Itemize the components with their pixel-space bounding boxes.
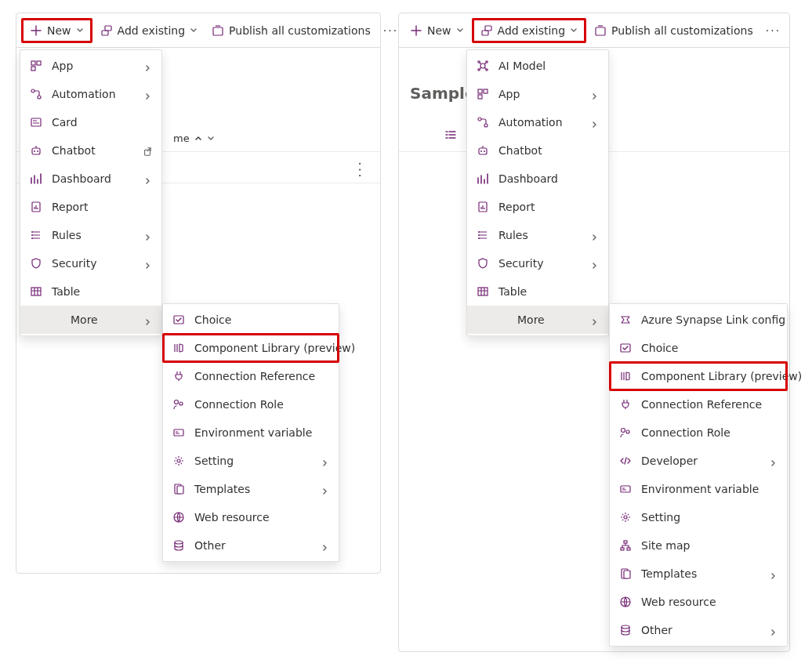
menu-item-label: Choice [641, 342, 778, 354]
menu-item-label: Automation [52, 88, 135, 100]
add-existing-icon [480, 24, 493, 37]
menu-item-templates[interactable]: Templates [163, 475, 339, 503]
menu-item-envvar[interactable]: Environment variable [610, 475, 787, 503]
menu-item-rules[interactable]: Rules [467, 221, 608, 249]
menu-item-label: Connection Reference [194, 370, 329, 382]
publish-button[interactable]: Publish all customizations [588, 18, 759, 43]
menu-item-more[interactable]: More [20, 306, 161, 334]
add-existing-label: Add existing [498, 24, 566, 37]
new-label: New [47, 24, 71, 37]
table-icon [30, 285, 42, 298]
chevron-right-icon [321, 485, 329, 493]
plus-icon [30, 24, 42, 37]
menu-item-synapse[interactable]: Azure Synapse Link config [610, 306, 787, 334]
menu-item-table[interactable]: Table [20, 277, 161, 306]
menu-item-label: Table [498, 285, 599, 298]
new-button[interactable]: New [21, 18, 92, 43]
chevron-down-icon [190, 27, 198, 34]
menu-item-choice[interactable]: Choice [163, 306, 339, 334]
chevron-right-icon [591, 259, 599, 267]
menu-item-complib[interactable]: Component Library (preview) [610, 362, 787, 390]
menu-item-label: More [517, 313, 582, 326]
row-overflow-icon[interactable]: ··· [352, 161, 368, 179]
menu-item-connref[interactable]: Connection Reference [610, 390, 787, 418]
list-view-icon[interactable] [444, 129, 457, 144]
menu-item-report[interactable]: Report [20, 193, 161, 221]
envvar-icon [619, 483, 632, 495]
connref-icon [619, 398, 632, 411]
chevron-right-icon [770, 570, 778, 578]
menu-item-dashboard[interactable]: Dashboard [20, 165, 161, 193]
more-submenu: ChoiceComponent Library (preview)Connect… [162, 303, 339, 562]
publish-button[interactable]: Publish all customizations [205, 18, 377, 43]
menu-item-chatbot[interactable]: Chatbot [20, 136, 161, 165]
menu-item-sitemap[interactable]: Site map [610, 531, 787, 560]
chevron-right-icon [144, 90, 152, 98]
menu-item-aimodel[interactable]: AI Model [467, 52, 608, 80]
rules-icon [30, 229, 42, 241]
add-existing-button[interactable]: Add existing [472, 18, 587, 43]
menu-item-report[interactable]: Report [467, 193, 608, 221]
publish-icon [212, 24, 224, 37]
menu-item-chatbot[interactable]: Chatbot [467, 136, 608, 165]
menu-item-label: Azure Synapse Link config [641, 313, 785, 326]
new-button[interactable]: New [404, 18, 470, 43]
menu-item-connref[interactable]: Connection Reference [163, 362, 339, 390]
menu-item-developer[interactable]: Developer [610, 447, 787, 475]
menu-item-security[interactable]: Security [467, 249, 608, 277]
menu-item-label: Chatbot [498, 144, 599, 157]
menu-item-label: AI Model [498, 60, 599, 72]
menu-item-label: Report [498, 201, 599, 213]
menu-item-webresource[interactable]: Web resource [610, 588, 787, 616]
plus-icon [410, 24, 422, 37]
more-icon: ··· [766, 24, 781, 37]
menu-item-security[interactable]: Security [20, 249, 161, 277]
menu-item-other[interactable]: Other [610, 616, 787, 644]
menu-item-setting[interactable]: Setting [163, 447, 339, 475]
menu-item-label: Component Library (preview) [641, 370, 802, 382]
menu-item-automation[interactable]: Automation [20, 80, 161, 108]
menu-item-complib[interactable]: Component Library (preview) [163, 334, 339, 362]
menu-item-connrole[interactable]: Connection Role [163, 390, 339, 418]
other-icon [619, 624, 632, 636]
chevron-right-icon [591, 118, 599, 126]
chevron-down-icon [76, 27, 84, 34]
menu-item-templates[interactable]: Templates [610, 560, 787, 588]
more-submenu: Azure Synapse Link configChoiceComponent… [609, 303, 788, 647]
menu-item-app[interactable]: App [20, 52, 161, 80]
chevron-right-icon [144, 175, 152, 183]
menu-item-webresource[interactable]: Web resource [163, 503, 339, 531]
menu-item-card[interactable]: Card [20, 108, 161, 136]
chevron-right-icon [144, 62, 152, 70]
menu-item-envvar[interactable]: Environment variable [163, 418, 339, 447]
app-icon [30, 60, 42, 72]
add-existing-button[interactable]: Add existing [94, 18, 205, 43]
add-existing-icon [100, 24, 113, 37]
menu-item-app[interactable]: App [467, 80, 608, 108]
synapse-icon [619, 313, 632, 326]
menu-item-connrole[interactable]: Connection Role [610, 418, 787, 447]
menu-item-dashboard[interactable]: Dashboard [467, 165, 608, 193]
menu-item-rules[interactable]: Rules [20, 221, 161, 249]
complib-icon [172, 342, 185, 354]
new-label: New [427, 24, 451, 37]
chevron-right-icon [144, 316, 152, 324]
menu-item-more[interactable]: More [467, 306, 608, 334]
menu-item-automation[interactable]: Automation [467, 108, 608, 136]
report-icon [477, 201, 489, 213]
sitemap-icon [619, 539, 632, 552]
menu-item-label: Connection Role [641, 426, 778, 439]
chevron-right-icon [591, 231, 599, 239]
menu-item-other[interactable]: Other [163, 531, 339, 560]
menu-item-label: Setting [641, 511, 778, 524]
menu-item-choice[interactable]: Choice [610, 334, 787, 362]
connrole-icon [619, 426, 632, 439]
publish-label: Publish all customizations [229, 24, 371, 37]
overflow-button[interactable]: ··· [761, 18, 785, 43]
column-header-name[interactable]: me [173, 132, 215, 144]
templates-icon [619, 567, 632, 580]
menu-item-setting[interactable]: Setting [610, 503, 787, 531]
menu-item-table[interactable]: Table [467, 277, 608, 306]
automation-icon [30, 88, 42, 100]
choice-icon [172, 313, 185, 326]
